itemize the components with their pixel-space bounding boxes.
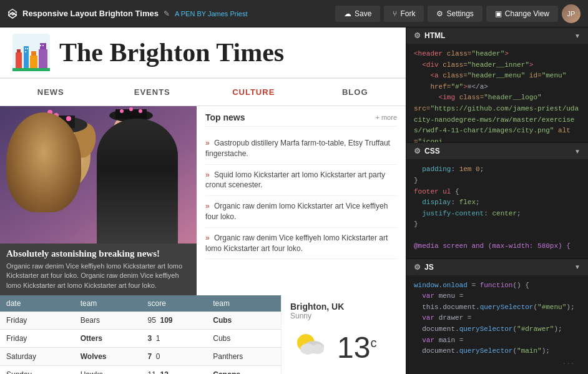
cell-team2: Cubs xyxy=(207,312,281,330)
cell-team2: Panthers xyxy=(207,348,281,366)
view-icon: ▣ xyxy=(495,9,502,18)
hero-image xyxy=(0,106,197,244)
code-line: document.querySelector("#drawer"); xyxy=(414,324,581,335)
cell-team1: Hawks xyxy=(74,366,142,374)
code-line: <header class="header"> xyxy=(414,49,581,60)
cell-score: 3 1 xyxy=(142,330,207,348)
hero-caption: Absolutely astonishing breaking news! Or… xyxy=(0,244,197,295)
edit-icon[interactable]: ✎ xyxy=(164,9,170,18)
gear-css-icon: ⚙ xyxy=(414,147,421,155)
code-line: href="#">≡</a> xyxy=(414,82,581,93)
svg-point-41 xyxy=(311,344,324,354)
content-row: date team score team Friday Bears 95 109… xyxy=(0,295,406,374)
score-row-1: Friday Bears 95 109 Cubs xyxy=(0,312,281,330)
nav-blog[interactable]: BLOG xyxy=(305,79,406,106)
js-section-title: ⚙ JS xyxy=(414,263,434,272)
news-item-2[interactable]: » Squid lomo Kickstarter art lomo Kickst… xyxy=(205,165,397,197)
js-section-header: ⚙ JS ▼ xyxy=(406,259,588,275)
settings-button[interactable]: ⚙ Settings xyxy=(428,6,482,22)
avatar[interactable]: JP xyxy=(562,4,581,23)
gear-js-icon: ⚙ xyxy=(414,263,421,272)
save-button[interactable]: ☁ Save xyxy=(335,6,380,22)
codepen-icon xyxy=(7,9,17,19)
fork-button[interactable]: ⑂ Fork xyxy=(384,6,424,22)
svg-point-35 xyxy=(120,109,124,113)
weather-location: Brighton, UK xyxy=(290,302,397,312)
scores-header-row: date team score team xyxy=(0,295,281,312)
html-section: ⚙ HTML ▼ <header class="header"> <div cl… xyxy=(406,27,588,143)
cell-date: Friday xyxy=(0,312,74,330)
svg-point-27 xyxy=(41,116,46,121)
svg-rect-6 xyxy=(39,49,47,68)
bt-top-news: Top news + more » Gastropub distillery M… xyxy=(197,106,406,295)
code-line: this.document.querySelector("#menu"); xyxy=(414,302,581,313)
bullet-icon: » xyxy=(205,170,210,179)
gear-html-icon: ⚙ xyxy=(414,31,421,40)
code-line: display: flex; xyxy=(414,197,581,209)
svg-rect-14 xyxy=(0,106,197,244)
cell-score: 95 109 xyxy=(142,312,207,330)
code-line: ... xyxy=(414,357,581,368)
css-section-header: ⚙ CSS ▼ xyxy=(406,143,588,159)
news-item-4[interactable]: » Organic raw denim Vice keffiyeh lomo K… xyxy=(205,228,397,260)
score-row-2: Friday Otters 3 1 Cubs xyxy=(0,330,281,348)
svg-rect-2 xyxy=(17,49,21,52)
svg-rect-31 xyxy=(106,137,156,244)
code-line: } xyxy=(414,219,581,230)
html-section-title: ⚙ HTML xyxy=(414,31,445,40)
svg-point-20 xyxy=(62,142,72,152)
weather-condition: Sunny xyxy=(290,312,397,320)
top-news-more[interactable]: + more xyxy=(375,114,397,121)
top-bar: Responsive Layout Brighton Times ✎ A PEN… xyxy=(0,0,588,27)
css-section-title: ⚙ CSS xyxy=(414,147,440,155)
bt-title: The Brighton Times xyxy=(59,37,284,67)
col-team1: team xyxy=(74,295,142,312)
fork-icon: ⑂ xyxy=(393,9,397,18)
svg-point-37 xyxy=(139,109,142,113)
css-collapse-icon[interactable]: ▼ xyxy=(574,148,581,155)
html-collapse-icon[interactable]: ▼ xyxy=(574,32,581,39)
weather-sun-icon xyxy=(290,325,328,369)
svg-point-21 xyxy=(44,144,48,147)
bt-hero: Absolutely astonishing breaking news! Or… xyxy=(0,106,197,295)
cell-score: 11 12 xyxy=(142,366,207,374)
code-line: } xyxy=(414,175,581,187)
code-line: var menu = xyxy=(414,291,581,302)
preview-panel: The Brighton Times NEWS EVENTS CULTURE B… xyxy=(0,27,406,374)
svg-rect-8 xyxy=(25,48,26,49)
svg-point-19 xyxy=(40,142,50,152)
weather-section: Brighton, UK Sunny 13c xyxy=(281,295,406,374)
cell-score: 7 0 xyxy=(142,348,207,366)
bullet-icon: » xyxy=(205,139,210,147)
scores-section: date team score team Friday Bears 95 109… xyxy=(0,295,281,374)
nav-culture[interactable]: CULTURE xyxy=(203,79,305,106)
svg-rect-5 xyxy=(31,51,36,56)
js-collapse-icon[interactable]: ▼ xyxy=(574,263,581,270)
change-view-button[interactable]: ▣ Change View xyxy=(486,6,558,22)
degree-symbol: c xyxy=(370,336,376,350)
top-bar-left: Responsive Layout Brighton Times ✎ A PEN… xyxy=(7,9,335,19)
cell-team1: Bears xyxy=(74,312,142,330)
svg-rect-12 xyxy=(42,45,44,46)
nav-news[interactable]: NEWS xyxy=(0,79,102,106)
svg-point-30 xyxy=(47,110,52,115)
news-item-1[interactable]: » Gastropub distillery Marfa farm-to-tab… xyxy=(205,133,397,165)
col-score: score xyxy=(142,295,207,312)
news-item-3[interactable]: » Organic raw denim lomo Kickstarter art… xyxy=(205,196,397,228)
top-news-title: Top news xyxy=(205,112,245,122)
code-line xyxy=(414,230,581,242)
bt-content: Absolutely astonishing breaking news! Or… xyxy=(0,106,406,295)
bt-logo xyxy=(12,34,50,71)
svg-rect-10 xyxy=(25,51,26,52)
author-link[interactable]: James Priest xyxy=(208,10,248,17)
nav-events[interactable]: EVENTS xyxy=(102,79,203,106)
gear-icon: ⚙ xyxy=(436,9,443,18)
svg-rect-11 xyxy=(40,45,41,46)
css-code: padding: 1em 0; } footer ul { display: f… xyxy=(406,159,588,257)
code-line: var drawer = xyxy=(414,313,581,324)
col-team2: team xyxy=(207,295,281,312)
bt-nav: NEWS EVENTS CULTURE BLOG xyxy=(0,78,406,106)
js-section: ⚙ JS ▼ window.onload = function() { var … xyxy=(406,259,588,374)
js-code: window.onload = function() { var menu = … xyxy=(406,275,588,373)
code-line: footer ul { xyxy=(414,187,581,198)
